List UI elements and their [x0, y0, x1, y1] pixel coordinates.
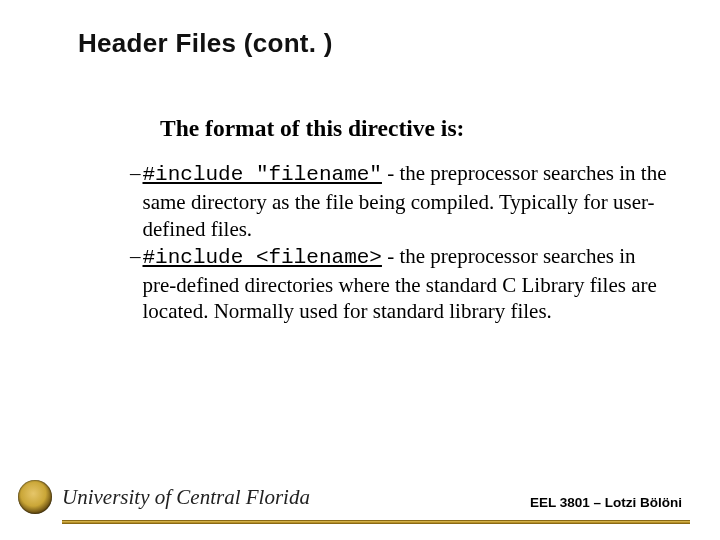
- bullet-text: #include <filename> - the preprocessor s…: [143, 243, 671, 326]
- code-snippet: #include "filename": [143, 163, 382, 186]
- footer-course: EEL 3801 – Lotzi Bölöni: [530, 495, 682, 510]
- list-item: – #include <filename> - the preprocessor…: [130, 243, 670, 326]
- university-name: University of Central Florida: [62, 485, 310, 510]
- bullet-dash: –: [130, 243, 143, 326]
- slide-title: Header Files (cont. ): [78, 28, 333, 59]
- footer-left: University of Central Florida: [18, 480, 310, 514]
- list-item: – #include "filename" - the preprocessor…: [130, 160, 670, 243]
- slide-subtitle: The format of this directive is:: [160, 115, 464, 142]
- slide-body: – #include "filename" - the preprocessor…: [130, 160, 670, 325]
- ucf-crest-icon: [18, 480, 52, 514]
- bullet-text: #include "filename" - the preprocessor s…: [143, 160, 671, 243]
- code-snippet: #include <filename>: [143, 246, 382, 269]
- footer-divider: [62, 520, 690, 524]
- bullet-dash: –: [130, 160, 143, 243]
- slide: Header Files (cont. ) The format of this…: [0, 0, 720, 540]
